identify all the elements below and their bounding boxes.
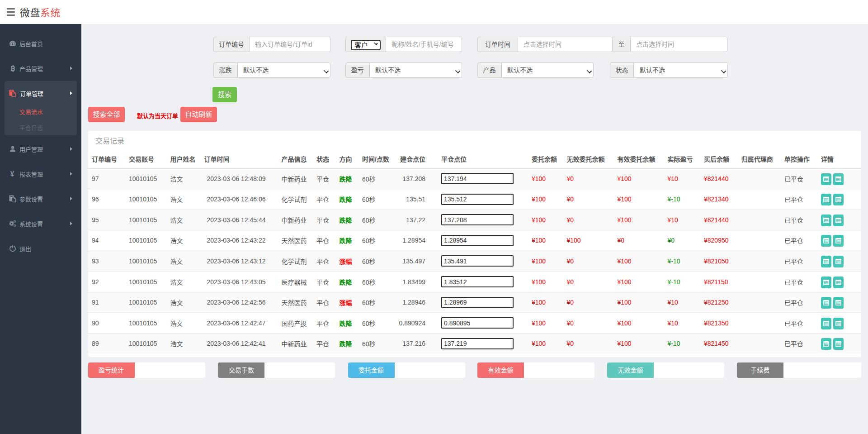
svg-text:¥: ¥ — [10, 170, 14, 177]
